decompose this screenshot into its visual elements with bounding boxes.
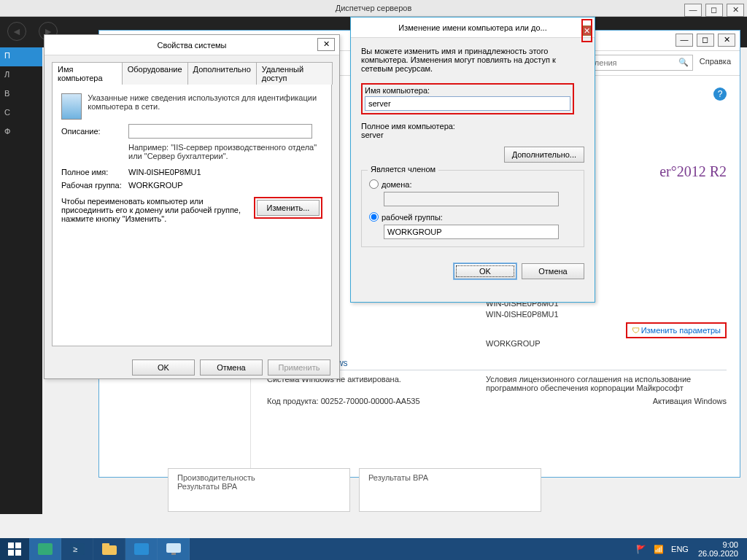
help-icon[interactable]: ? (713, 88, 727, 101)
svg-text:≥: ≥ (73, 545, 77, 553)
sidebar-item-all[interactable]: В (0, 85, 42, 104)
taskbar-control-panel[interactable] (125, 538, 158, 560)
taskbar-server-manager[interactable] (29, 538, 61, 560)
server-manager-title: Диспетчер серверов (336, 4, 412, 12)
taskbar-explorer[interactable] (93, 538, 125, 560)
svg-rect-2 (8, 550, 14, 556)
taskbar: ≥ 🚩 📶 ENG 9:00 26.09.2020 (0, 538, 747, 560)
svg-rect-3 (15, 550, 21, 556)
computer-icon (61, 93, 82, 120)
eula-link[interactable]: Условия лицензионного соглашения на испо… (486, 375, 727, 392)
server-manager-titlebar: Диспетчер серверов — ◻ ✕ (0, 0, 747, 17)
cname-titlebar: Изменение имени компьютера или до... ✕ (351, 18, 595, 38)
computer-name-field-frame: Имя компьютера: (361, 83, 574, 114)
workgroup-radio-label: рабочей группы: (382, 213, 443, 222)
computer-name-change-dialog: Изменение имени компьютера или до... ✕ В… (350, 17, 595, 303)
syswin-maximize[interactable]: ◻ (697, 34, 714, 47)
windows-brand: er°2012 R2 (659, 163, 727, 180)
svg-rect-9 (134, 543, 149, 555)
monitor-icon (166, 543, 181, 555)
dashboard-cards: Производительность Результаты BPA Резуль… (168, 468, 729, 512)
card-performance[interactable]: Производительность Результаты BPA (168, 468, 350, 512)
system-properties-titlebar: Свойства системы ✕ (44, 35, 339, 55)
sidebar-item-dashboard[interactable]: П (0, 47, 42, 66)
search-icon: 🔍 (678, 58, 689, 67)
server-manager-sidebar: П Л В С Ф (0, 47, 42, 514)
sidebar-item-files[interactable]: Ф (0, 123, 42, 142)
description-label: Описание: (61, 127, 128, 136)
fullname-label: Полное имя: (61, 168, 128, 176)
tray-language[interactable]: ENG (671, 545, 689, 553)
folder-icon (102, 543, 117, 555)
tab-computer-name[interactable]: Имя компьютера (52, 62, 123, 85)
sidebar-item-local[interactable]: Л (0, 66, 42, 85)
svg-rect-0 (8, 542, 14, 548)
help-menu[interactable]: Справка (700, 57, 731, 66)
sysprops-actions: OK Отмена Применить (44, 354, 339, 383)
svg-rect-11 (171, 553, 176, 555)
workgroup-value: WORKGROUP (486, 339, 541, 348)
sidebar-item-services[interactable]: С (0, 104, 42, 123)
domain-input (384, 192, 559, 206)
card-bpa[interactable]: Результаты BPA (359, 468, 541, 512)
system-tray: 🚩 📶 ENG 9:00 26.09.2020 (632, 540, 747, 558)
tray-clock[interactable]: 9:00 26.09.2020 (698, 540, 738, 558)
full-computer-name-label: Полное имя компьютера: (361, 122, 584, 131)
member-of-legend: Является членом (368, 165, 438, 174)
nav-back-icon[interactable]: ◄ (7, 22, 26, 41)
maximize-button[interactable]: ◻ (705, 4, 723, 17)
cname-ok[interactable]: OK (454, 263, 516, 279)
cname-cancel[interactable]: Отмена (522, 263, 584, 279)
identification-text: Указанные ниже сведения используются для… (88, 93, 322, 112)
product-key: 00252-70000-00000-AA535 (321, 397, 420, 405)
minimize-button[interactable]: — (684, 4, 702, 17)
member-of-group: Является членом домена: рабочей группы: (361, 170, 584, 247)
description-hint: Например: "IIS-сервер производственного … (128, 143, 322, 160)
tab-remote[interactable]: Удаленный доступ (256, 62, 333, 85)
tray-network-icon[interactable]: 📶 (654, 545, 664, 554)
windows-logo-icon (8, 542, 21, 556)
sysprops-apply: Применить (268, 359, 330, 376)
tab-advanced[interactable]: Дополнительно (187, 62, 257, 85)
change-button[interactable]: Изменить... (257, 200, 320, 216)
taskbar-system-properties[interactable] (158, 538, 190, 560)
tray-flag-icon[interactable]: 🚩 (636, 545, 646, 554)
system-properties-dialog: Свойства системы ✕ Имя компьютера Оборуд… (44, 34, 340, 379)
workgroup-value-2: WORKGROUP (128, 181, 183, 190)
shield-icon: 🛡 (632, 326, 640, 335)
sysprops-tabs: Имя компьютера Оборудование Дополнительн… (52, 61, 332, 84)
cname-close[interactable]: ✕ (583, 26, 591, 36)
activate-windows-link[interactable]: Активация Windows (486, 397, 727, 405)
cname-intro: Вы можете изменить имя и принадлежность … (361, 47, 584, 73)
advanced-button[interactable]: Дополнительно... (504, 147, 584, 163)
fullname-value: WIN-0ISHE0P8MU1 (128, 168, 201, 176)
start-button[interactable] (0, 538, 29, 560)
control-panel-icon (134, 543, 149, 555)
tab-hardware[interactable]: Оборудование (122, 62, 188, 85)
tab-panel-computer-name: Указанные ниже сведения используются для… (52, 84, 332, 346)
powershell-icon: ≥ (70, 543, 85, 555)
workgroup-radio[interactable] (369, 212, 379, 222)
computer-name-label: Имя компьютера: (365, 86, 570, 95)
cname-actions: OK Отмена (351, 256, 595, 288)
workgroup-label: Рабочая группа: (61, 181, 128, 190)
close-button[interactable]: ✕ (727, 4, 744, 17)
syswin-close[interactable]: ✕ (718, 34, 735, 47)
taskbar-powershell[interactable]: ≥ (61, 538, 93, 560)
svg-rect-1 (15, 542, 21, 548)
sysprops-close[interactable]: ✕ (317, 38, 335, 51)
full-computer-name-value: server (361, 131, 584, 139)
computer-name-2: WIN-0ISHE0P8MU1 (486, 310, 559, 319)
rename-instructions: Чтобы переименовать компьютер или присое… (61, 197, 244, 223)
svg-rect-4 (38, 543, 53, 555)
workgroup-input[interactable] (384, 225, 559, 239)
domain-radio-label: домена: (382, 180, 411, 189)
sysprops-cancel[interactable]: Отмена (200, 359, 263, 376)
computer-name-input[interactable] (365, 96, 570, 111)
syswin-minimize[interactable]: — (676, 34, 693, 47)
description-input[interactable] (128, 124, 312, 139)
svg-rect-8 (102, 543, 109, 547)
change-settings-link[interactable]: 🛡Изменить параметры (626, 322, 727, 338)
sysprops-ok[interactable]: OK (132, 359, 195, 376)
domain-radio[interactable] (369, 179, 379, 189)
